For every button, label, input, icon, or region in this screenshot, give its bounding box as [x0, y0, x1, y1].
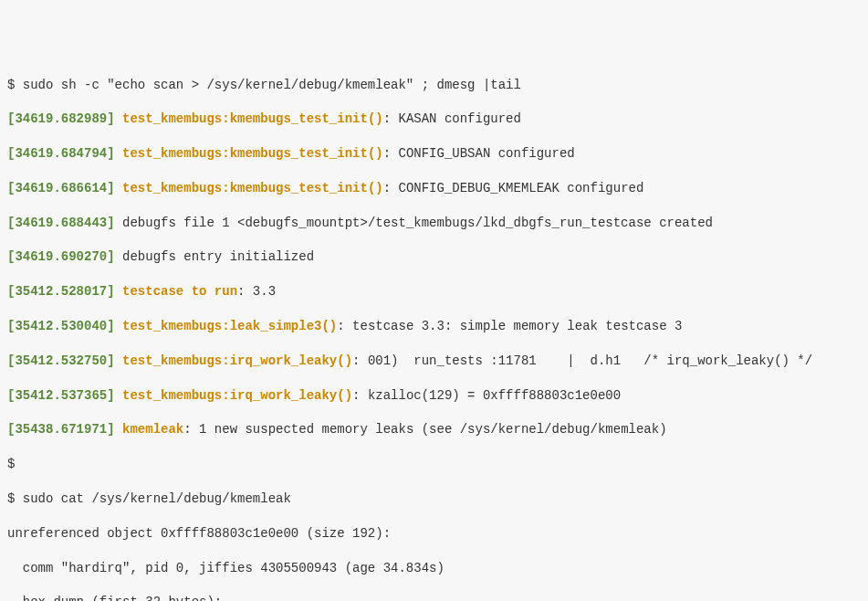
timestamp: [34619.690270]: [7, 249, 115, 264]
message: debugfs file 1 <debugfs_mountpt>/test_km…: [122, 216, 713, 230]
dmesg-line: [35412.537365] test_kmembugs:irq_work_le…: [7, 387, 861, 405]
kmemleak-label: kmemleak: [122, 422, 183, 437]
message: : CONFIG_DEBUG_KMEMLEAK configured: [383, 181, 644, 195]
function-name: test_kmembugs:irq_work_leaky(): [122, 353, 352, 368]
function-name: test_kmembugs:kmembugs_test_init(): [122, 181, 383, 195]
dmesg-line: [34619.682989] test_kmembugs:kmembugs_te…: [7, 111, 861, 128]
output-line: comm "hardirq", pid 0, jiffies 430550094…: [7, 560, 861, 577]
message: : 1 new suspected memory leaks (see /sys…: [183, 422, 666, 437]
dmesg-line: [34619.686614] test_kmembugs:kmembugs_te…: [7, 180, 861, 197]
message: debugfs entry initialized: [122, 249, 314, 264]
message: : 001) run_tests :11781 | d.h1 /* irq_wo…: [352, 353, 812, 368]
function-name: test_kmembugs:irq_work_leaky(): [122, 388, 352, 403]
timestamp: [35412.528017]: [7, 284, 115, 299]
timestamp: [35412.532750]: [7, 353, 115, 368]
dmesg-line: [35412.532750] test_kmembugs:irq_work_le…: [7, 353, 861, 370]
function-name: testcase to run: [122, 284, 237, 299]
timestamp: [34619.686614]: [7, 181, 115, 195]
dmesg-line: [35412.530040] test_kmembugs:leak_simple…: [7, 318, 861, 335]
function-name: test_kmembugs:kmembugs_test_init(): [122, 111, 383, 126]
message: : testcase 3.3: simple memory leak testc…: [337, 319, 682, 333]
message: : kzalloc(129) = 0xffff88803c1e0e00: [352, 388, 621, 403]
prompt[interactable]: $: [7, 456, 861, 473]
timestamp: [35412.537365]: [7, 388, 115, 403]
message: : 3.3: [237, 284, 276, 299]
function-name: test_kmembugs:leak_simple3(): [122, 319, 337, 333]
message: : KASAN configured: [383, 111, 521, 126]
timestamp: [35438.671971]: [7, 422, 115, 437]
dmesg-line: [34619.688443] debugfs file 1 <debugfs_m…: [7, 215, 861, 232]
dmesg-line: [34619.690270] debugfs entry initialized: [7, 248, 861, 266]
output-line: unreferenced object 0xffff88803c1e0e00 (…: [7, 525, 861, 543]
timestamp: [34619.688443]: [7, 216, 115, 230]
dmesg-line: [34619.684794] test_kmembugs:kmembugs_te…: [7, 145, 861, 163]
command-line: $ sudo cat /sys/kernel/debug/kmemleak: [7, 490, 861, 508]
function-name: test_kmembugs:kmembugs_test_init(): [122, 146, 383, 161]
timestamp: [34619.682989]: [7, 111, 115, 126]
message: : CONFIG_UBSAN configured: [383, 146, 575, 161]
output-line: hex dump (first 32 bytes):: [7, 594, 861, 601]
dmesg-line: [35412.528017] testcase to run: 3.3: [7, 283, 861, 300]
timestamp: [35412.530040]: [7, 319, 115, 333]
dmesg-line: [35438.671971] kmemleak: 1 new suspected…: [7, 421, 861, 438]
command-line: $ sudo sh -c "echo scan > /sys/kernel/de…: [7, 77, 861, 94]
timestamp: [34619.684794]: [7, 146, 115, 161]
